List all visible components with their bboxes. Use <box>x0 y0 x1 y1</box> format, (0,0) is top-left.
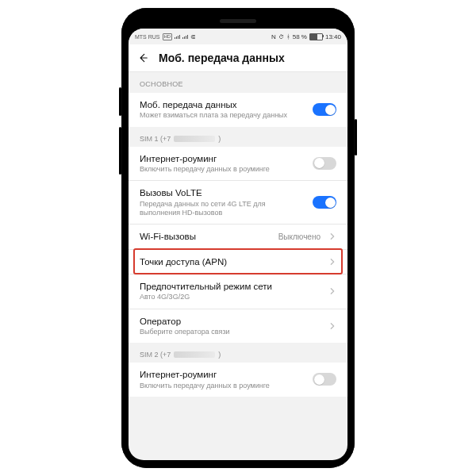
mobile-data-toggle[interactable] <box>313 103 336 116</box>
roaming-sim1-toggle[interactable] <box>313 157 336 170</box>
row-subtitle: Выберите оператора связи <box>140 328 321 336</box>
section-label-main: ОСНОВНОЕ <box>129 72 347 93</box>
roaming-sim2-toggle[interactable] <box>313 373 336 386</box>
signal-icon <box>175 35 180 39</box>
row-operator[interactable]: Оператор Выберите оператора связи <box>129 309 347 344</box>
chevron-right-icon <box>328 322 336 330</box>
phone-frame: MTS RUS HD ⋐ N ⏱ ᚼ 58 % 13:40 <box>121 8 355 468</box>
carrier-label: MTS RUS <box>135 34 160 40</box>
section-label-sim1: SIM 1 (+7 ) <box>129 127 347 147</box>
hd-badge-icon: HD <box>163 33 173 40</box>
redacted-number <box>174 351 215 358</box>
row-title: Оператор <box>140 316 321 327</box>
row-roaming-sim2[interactable]: Интернет-роуминг Включить передачу данны… <box>129 363 347 397</box>
row-roaming-sim1[interactable]: Интернет-роуминг Включить передачу данны… <box>129 147 347 181</box>
row-title: Точки доступа (APN) <box>140 256 321 267</box>
row-title: Моб. передача данных <box>140 99 305 110</box>
row-mobile-data[interactable]: Моб. передача данных Может взиматься пла… <box>129 93 347 127</box>
section-label-sim2: SIM 2 (+7 ) <box>129 343 347 363</box>
chevron-right-icon <box>328 287 336 295</box>
row-value: Выключено <box>278 232 321 241</box>
row-apn[interactable]: Точки доступа (APN) <box>129 249 347 274</box>
volte-toggle[interactable] <box>313 196 336 209</box>
row-volte[interactable]: Вызовы VoLTE Передача данных по сети 4G … <box>129 180 347 224</box>
row-preferred-network[interactable]: Предпочтительный режим сети Авто 4G/3G/2… <box>129 274 347 309</box>
signal-icon <box>182 35 188 39</box>
page-header: Моб. передача данных <box>129 44 347 72</box>
row-subtitle: Авто 4G/3G/2G <box>140 293 321 301</box>
screen: MTS RUS HD ⋐ N ⏱ ᚼ 58 % 13:40 <box>129 29 347 460</box>
settings-list: ОСНОВНОЕ Моб. передача данных Может взим… <box>129 72 347 460</box>
row-subtitle: Включить передачу данных в роуминге <box>140 165 305 174</box>
alarm-icon: ⏱ <box>278 34 284 40</box>
wifi-icon: ⋐ <box>190 33 196 40</box>
battery-percent: 58 % <box>293 33 307 40</box>
status-bar: MTS RUS HD ⋐ N ⏱ ᚼ 58 % 13:40 <box>129 29 347 44</box>
battery-icon <box>309 33 323 40</box>
row-subtitle: Включить передачу данных в роуминге <box>140 382 305 390</box>
bluetooth-icon: ᚼ <box>286 33 290 40</box>
row-title: Вызовы VoLTE <box>140 187 305 198</box>
redacted-number <box>174 136 215 142</box>
row-subtitle: Передача данных по сети 4G LTE для выпол… <box>140 200 305 218</box>
back-arrow-icon[interactable] <box>136 52 149 64</box>
side-button <box>355 119 357 155</box>
row-title: Предпочтительный режим сети <box>140 281 321 292</box>
speaker-slot <box>220 19 256 23</box>
side-button <box>119 87 121 116</box>
side-button <box>119 127 121 175</box>
chevron-right-icon <box>328 232 336 240</box>
chevron-right-icon <box>328 258 336 266</box>
row-wifi-calls[interactable]: Wi-Fi-вызовы Выключено <box>129 224 347 248</box>
row-title: Интернет-роуминг <box>140 369 305 380</box>
row-title: Интернет-роуминг <box>140 153 305 164</box>
nfc-icon: N <box>271 33 276 40</box>
row-title: Wi-Fi-вызовы <box>140 231 271 242</box>
clock: 13:40 <box>325 33 341 40</box>
row-subtitle: Может взиматься плата за передачу данных <box>140 111 305 120</box>
page-title: Моб. передача данных <box>159 52 285 64</box>
